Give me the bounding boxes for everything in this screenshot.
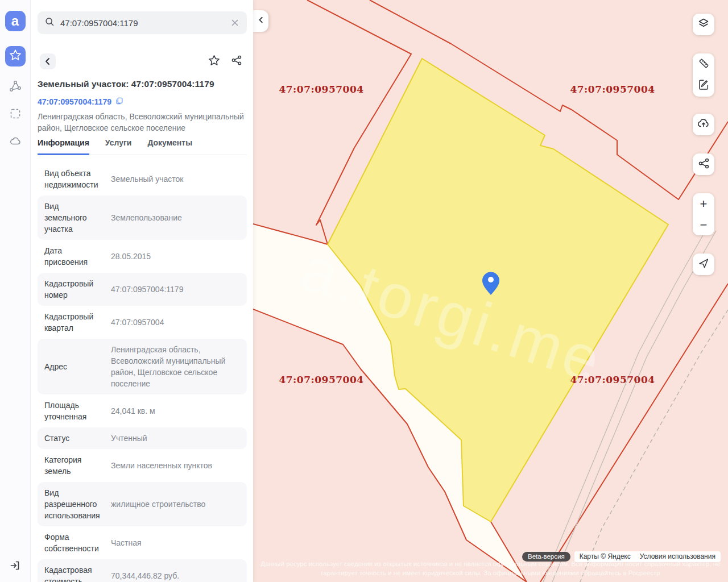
sidebar-item-cloud[interactable]: [9, 136, 22, 148]
zoom-controls: + −: [693, 193, 714, 235]
layers-icon: [697, 16, 710, 32]
map-attribution: Beta-версия Карты © Яндекс Условия испол…: [522, 551, 721, 562]
table-row: Форма собственности Частная: [38, 526, 247, 559]
quarter-label: 47:07:0957004: [279, 84, 363, 95]
detail-header: [40, 53, 244, 69]
app-logo[interactable]: a: [5, 11, 26, 31]
cadastral-number-link[interactable]: 47:07:0957004:1179: [38, 97, 123, 107]
table-row: Дата присвоения 28.05.2015: [38, 240, 247, 273]
clear-search-icon[interactable]: [230, 18, 240, 28]
cloud-upload-icon: [697, 117, 710, 132]
search-bar[interactable]: [38, 11, 247, 34]
star-icon: [9, 49, 22, 64]
map-canvas[interactable]: a.torgi.me 47:07:0957004 47:07:0957004 4…: [253, 0, 728, 582]
tab-information[interactable]: Информация: [38, 138, 89, 155]
ruler-button[interactable]: [693, 53, 714, 75]
zoom-out-button[interactable]: −: [693, 214, 714, 235]
sidebar-item-favorites[interactable]: [5, 46, 26, 66]
area-select-icon: [9, 107, 22, 122]
table-row: Кадастровая стоимость 70,344,446.82 руб.: [38, 559, 247, 582]
table-row: Категория земель Земли населенных пункто…: [38, 449, 247, 482]
copy-icon[interactable]: [115, 97, 123, 107]
upload-button[interactable]: [693, 114, 714, 135]
table-row: Вид объекта недвижимости Земельный участ…: [38, 163, 247, 196]
chevron-left-icon: [257, 16, 265, 26]
quarter-label: 47:07:0957004: [279, 374, 363, 385]
object-address: Ленинградская область, Всеволожский муни…: [38, 111, 245, 134]
map[interactable]: a.torgi.me 47:07:0957004 47:07:0957004 4…: [253, 0, 728, 582]
table-row: Статус Учтенный: [38, 427, 247, 449]
table-row: Кадастровый номер 47:07:0957004:1179: [38, 273, 247, 306]
quarter-label: 47:07:0957004: [570, 84, 655, 95]
search-input[interactable]: [60, 18, 230, 28]
detail-panel: Земельный участок: 47:07:0957004:1179 47…: [31, 0, 253, 582]
locate-button[interactable]: [693, 253, 714, 275]
sidebar-item-area-select[interactable]: [9, 109, 22, 121]
share-icon: [231, 55, 242, 68]
search-icon: [44, 16, 55, 29]
table-row: Кадастровый квартал 47:07:0957004: [38, 306, 247, 339]
logout-icon: [9, 559, 22, 574]
measure-edit-group: [693, 53, 714, 97]
yandex-copyright-link[interactable]: Карты © Яндекс: [580, 552, 631, 560]
favorite-button[interactable]: [208, 55, 220, 68]
info-table: Вид объекта недвижимости Земельный участ…: [38, 163, 247, 582]
map-share-button[interactable]: [693, 153, 714, 175]
quarter-label: 47:07:0957004: [570, 374, 655, 385]
edit-button[interactable]: [693, 75, 714, 97]
terms-link[interactable]: Условия использования: [640, 552, 715, 560]
app-window: a: [0, 0, 728, 582]
tab-documents[interactable]: Документы: [147, 138, 192, 155]
share-icon: [698, 157, 710, 172]
tab-services[interactable]: Услуги: [105, 138, 132, 155]
edit-icon: [697, 78, 710, 93]
polygon-tool-icon: [9, 80, 22, 95]
cloud-icon: [9, 135, 22, 149]
table-row: Вид разрешенного использования жилищное …: [38, 482, 247, 526]
tab-bar: Информация Услуги Документы: [38, 138, 247, 155]
sidebar-rail: a: [0, 0, 31, 582]
back-button[interactable]: [40, 53, 56, 69]
logout-button[interactable]: [8, 559, 23, 574]
star-outline-icon: [208, 55, 220, 69]
zoom-in-button[interactable]: +: [693, 193, 714, 214]
panel-collapse-button[interactable]: [253, 10, 268, 32]
layers-button[interactable]: [693, 14, 714, 35]
table-row: Вид земельного участка Землепользование: [38, 196, 247, 240]
page-title: Земельный участок: 47:07:0957004:1179: [38, 79, 247, 89]
ruler-icon: [697, 57, 710, 72]
table-row: Адрес Ленинградская область, Всеволожски…: [38, 339, 247, 394]
beta-badge: Beta-версия: [522, 552, 570, 562]
copyright-pill: Карты © Яндекс Условия использования: [574, 551, 721, 562]
share-button[interactable]: [230, 55, 243, 68]
navigate-icon: [697, 257, 710, 272]
table-row: Площадь уточненная 24,041 кв. м: [38, 394, 247, 427]
sidebar-item-polygon-tool[interactable]: [9, 81, 22, 94]
